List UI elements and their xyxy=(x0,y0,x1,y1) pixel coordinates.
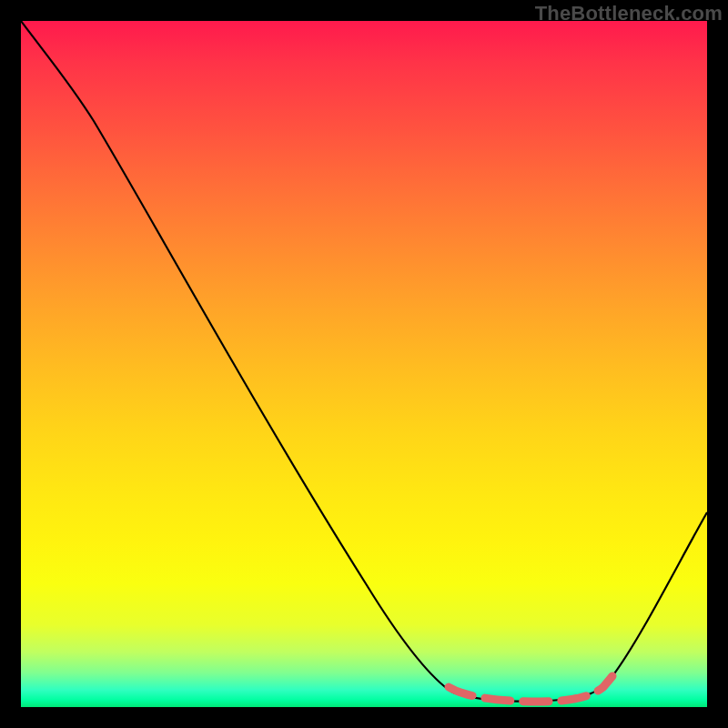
watermark-text: TheBottleneck.com xyxy=(535,2,723,25)
chart-area xyxy=(21,21,707,707)
heat-gradient xyxy=(21,21,707,707)
